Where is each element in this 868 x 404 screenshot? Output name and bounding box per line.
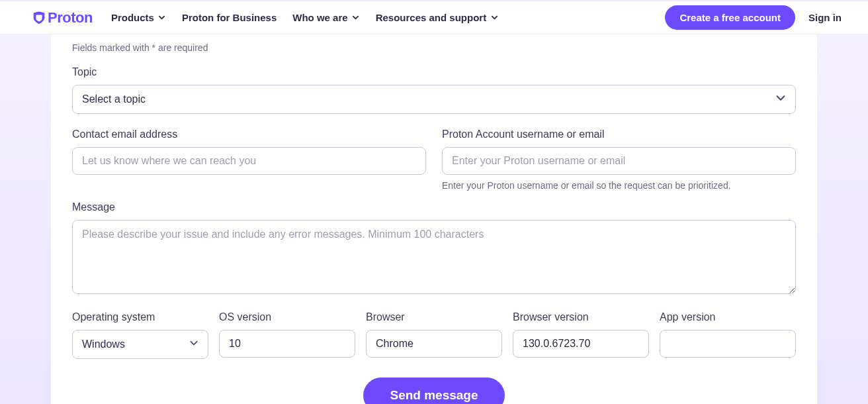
chevron-down-icon	[158, 14, 166, 22]
nav-business[interactable]: Proton for Business	[182, 12, 277, 23]
message-label: Message	[72, 201, 796, 213]
chevron-down-icon	[490, 14, 498, 22]
proton-logo-icon	[32, 11, 46, 25]
nav-links: Products Proton for Business Who we are …	[111, 12, 498, 23]
nav-resources-label: Resources and support	[376, 12, 487, 23]
os-version-label: OS version	[219, 311, 355, 323]
nav-products[interactable]: Products	[111, 12, 166, 23]
os-label: Operating system	[72, 311, 208, 323]
required-hint: Fields marked with * are required	[72, 42, 796, 53]
os-select[interactable]: Windows	[72, 330, 208, 359]
top-nav: Proton Products Proton for Business Who …	[0, 0, 868, 34]
browser-version-input[interactable]	[513, 330, 649, 358]
nav-who-label: Who we are	[292, 12, 347, 23]
chevron-down-icon	[189, 338, 198, 350]
contact-email-input[interactable]	[72, 147, 426, 175]
browser-input[interactable]	[366, 330, 502, 358]
app-version-label: App version	[660, 311, 796, 323]
nav-products-label: Products	[111, 12, 154, 23]
contact-email-label: Contact email address	[72, 128, 426, 140]
browser-label: Browser	[366, 311, 502, 323]
nav-resources[interactable]: Resources and support	[376, 12, 499, 23]
brand-name: Proton	[48, 9, 93, 26]
os-select-value: Windows	[82, 338, 125, 350]
send-message-button[interactable]: Send message	[363, 378, 504, 404]
brand-logo[interactable]: Proton	[32, 9, 93, 26]
nav-business-label: Proton for Business	[182, 12, 277, 23]
message-textarea[interactable]	[72, 220, 796, 294]
browser-version-label: Browser version	[513, 311, 649, 323]
app-version-input[interactable]	[660, 330, 796, 358]
proton-account-input[interactable]	[442, 147, 796, 175]
sign-in-link[interactable]: Sign in	[808, 12, 842, 23]
proton-account-helper: Enter your Proton username or email so t…	[442, 180, 796, 191]
chevron-down-icon	[775, 93, 786, 106]
chevron-down-icon	[352, 14, 360, 22]
os-version-input[interactable]	[219, 330, 355, 358]
support-form-card: Fields marked with * are required Topic …	[51, 34, 817, 404]
topic-select-value: Select a topic	[82, 93, 146, 105]
topic-select[interactable]: Select a topic	[72, 85, 796, 114]
nav-who[interactable]: Who we are	[292, 12, 359, 23]
create-account-button[interactable]: Create a free account	[665, 5, 795, 30]
proton-account-label: Proton Account username or email	[442, 128, 796, 140]
topic-label: Topic	[72, 66, 796, 78]
